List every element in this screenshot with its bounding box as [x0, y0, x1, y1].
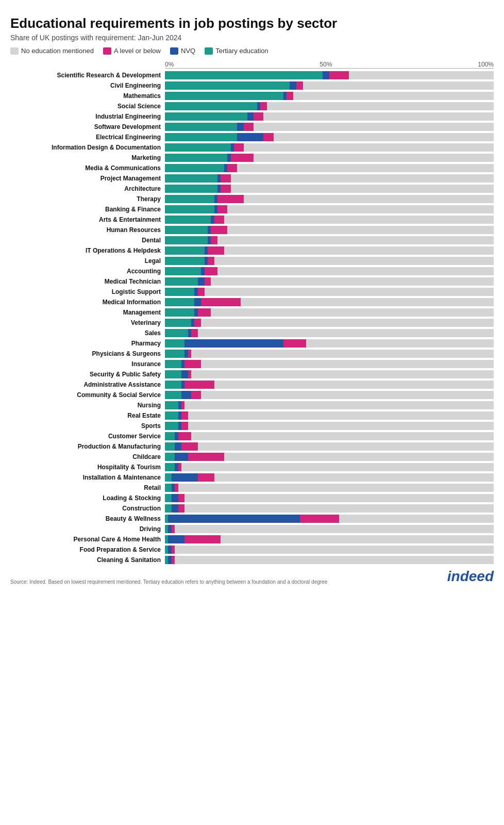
- row-label: Retail: [10, 484, 165, 491]
- row-label: Software Development: [10, 123, 165, 130]
- bar-nvq: [172, 504, 178, 513]
- bar-area: [165, 164, 494, 172]
- bar-alevel: [198, 308, 211, 317]
- legend-color-no-education: [10, 47, 19, 55]
- bar-area: [165, 546, 494, 554]
- table-row: Sales: [10, 328, 494, 338]
- table-row: Medical Technician: [10, 277, 494, 286]
- bar-area: [165, 401, 494, 409]
- bar-tertiary: [165, 71, 323, 79]
- bar-area: [165, 205, 494, 213]
- bar-alevel: [191, 391, 201, 399]
- row-label: Medical Technician: [10, 278, 165, 285]
- top-gridline: [165, 68, 494, 69]
- bar-area: [165, 133, 494, 141]
- table-row: Scientific Research & Development: [10, 71, 494, 80]
- legend-color-nvq: [170, 47, 178, 55]
- bar-tertiary: [165, 164, 224, 172]
- bar-alevel: [231, 154, 254, 162]
- bar-alevel: [329, 71, 349, 79]
- chart-subtitle: Share of UK postings with requirement: J…: [10, 34, 494, 42]
- bar-tertiary: [165, 174, 217, 183]
- bar-alevel: [184, 360, 201, 368]
- table-row: Customer Service: [10, 432, 494, 441]
- row-label: Sales: [10, 329, 165, 337]
- table-row: Medical Information: [10, 298, 494, 307]
- bar-alevel: [178, 432, 192, 440]
- bar-alevel: [181, 411, 188, 420]
- bar-alevel: [208, 246, 224, 255]
- bar-alevel: [178, 504, 185, 513]
- bar-nvq: [323, 71, 329, 79]
- row-label: Arts & Entertainment: [10, 216, 165, 223]
- table-row: Loading & Stocking: [10, 493, 494, 503]
- bar-alevel: [201, 298, 241, 306]
- legend-tertiary: Tertiary education: [205, 47, 268, 55]
- bar-alevel: [244, 123, 254, 131]
- bar-area: [165, 319, 494, 327]
- table-row: Banking & Finance: [10, 205, 494, 214]
- row-label: Food Preparation & Service: [10, 546, 165, 553]
- table-row: Information Design & Documentation: [10, 143, 494, 152]
- row-label: Electrical Engineering: [10, 134, 165, 141]
- bar-nvq: [181, 370, 188, 378]
- bar-area: [165, 226, 494, 234]
- bar-alevel: [188, 370, 191, 378]
- row-label: Childcare: [10, 453, 165, 460]
- row-label: Information Design & Documentation: [10, 144, 165, 151]
- bar-area: [165, 463, 494, 471]
- bar-tertiary: [165, 381, 181, 389]
- bar-alevel: [234, 143, 244, 152]
- bar-tertiary: [165, 370, 181, 378]
- bar-tertiary: [165, 422, 178, 430]
- row-label: Beauty & Wellness: [10, 515, 165, 522]
- legend-label-nvq: NVQ: [181, 47, 195, 55]
- bar-tertiary: [165, 339, 184, 348]
- legend-alevel: A level or below: [103, 47, 161, 55]
- bar-area: [165, 174, 494, 183]
- chart-legend: No education mentioned A level or below …: [10, 47, 494, 55]
- bar-nvq: [237, 123, 244, 131]
- table-row: Logistic Support: [10, 287, 494, 296]
- row-label: Project Management: [10, 175, 165, 182]
- bar-alevel: [300, 515, 340, 523]
- bar-tertiary: [165, 143, 231, 152]
- bar-tertiary: [165, 185, 217, 193]
- table-row: Pharmacy: [10, 339, 494, 348]
- bar-tertiary: [165, 236, 208, 244]
- bar-tertiary: [165, 277, 198, 286]
- bar-area: [165, 432, 494, 440]
- row-label: Production & Manufacturing: [10, 443, 165, 450]
- bar-area: [165, 267, 494, 275]
- footer: Source: Indeed. Based on lowest requirem…: [10, 572, 494, 585]
- bar-alevel: [198, 288, 205, 296]
- bar-area: [165, 504, 494, 513]
- table-row: Retail: [10, 483, 494, 492]
- bar-tertiary: [165, 102, 257, 110]
- row-label: Veterinary: [10, 319, 165, 326]
- bar-alevel: [260, 102, 267, 110]
- bar-alevel: [221, 174, 230, 183]
- bar-alevel: [172, 546, 175, 554]
- table-row: Sports: [10, 421, 494, 431]
- x-label-100: 100%: [478, 61, 494, 68]
- table-row: Dental: [10, 236, 494, 245]
- bar-alevel: [263, 133, 273, 141]
- bar-alevel: [217, 195, 244, 203]
- bar-alevel: [184, 381, 214, 389]
- bar-tertiary: [165, 484, 172, 492]
- bar-area: [165, 92, 494, 100]
- bar-tertiary: [165, 154, 227, 162]
- bar-alevel: [181, 442, 198, 451]
- table-row: Physicians & Surgeons: [10, 349, 494, 358]
- row-label: Industrial Engineering: [10, 113, 165, 120]
- table-row: Social Science: [10, 102, 494, 111]
- bar-alevel: [181, 422, 188, 430]
- row-label: Cleaning & Sanitation: [10, 556, 165, 564]
- bar-area: [165, 71, 494, 79]
- table-row: Civil Engineering: [10, 81, 494, 90]
- source-text: Source: Indeed. Based on lowest requirem…: [10, 579, 327, 585]
- bar-area: [165, 143, 494, 152]
- bar-tertiary: [165, 246, 205, 255]
- bar-tertiary: [165, 257, 205, 265]
